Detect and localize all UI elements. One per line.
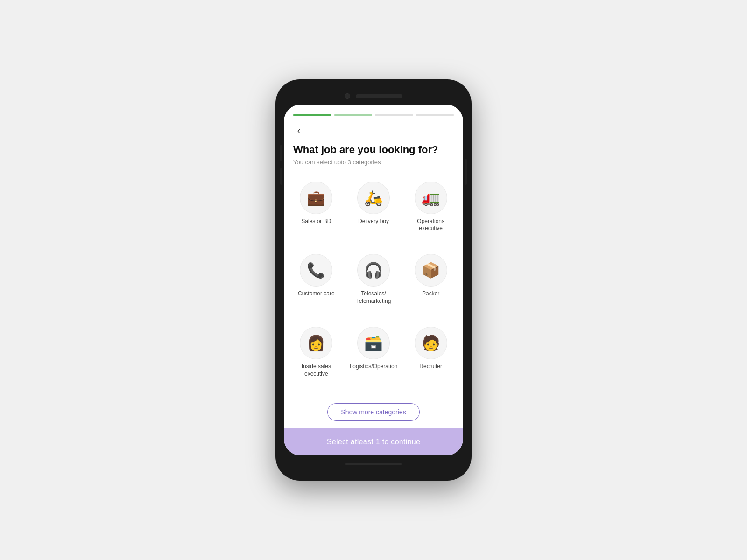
phone-screen: ‹ What job are you looking for? You can …	[284, 105, 463, 455]
back-button[interactable]: ‹	[284, 121, 463, 138]
page-title: What job are you looking for?	[293, 143, 454, 157]
category-label-sales-bd: Sales or BD	[301, 218, 331, 225]
progress-segment-1	[293, 114, 331, 116]
front-camera	[345, 93, 350, 99]
category-label-inside-sales-executive: Inside sales executive	[291, 363, 341, 378]
category-label-customer-care: Customer care	[298, 290, 335, 298]
home-indicator	[345, 463, 402, 465]
category-item-recruiter[interactable]: 🧑Recruiter	[402, 320, 459, 393]
category-label-delivery-boy: Delivery boy	[358, 218, 389, 225]
category-item-operations-executive[interactable]: 🚛Operations executive	[402, 175, 459, 248]
category-icon-inside-sales-executive: 👩	[300, 327, 332, 359]
phone-frame: ‹ What job are you looking for? You can …	[275, 79, 472, 481]
continue-area: Select atleast 1 to continue	[284, 428, 463, 455]
vol-up-button	[280, 145, 282, 161]
category-icon-customer-care: 📞	[300, 254, 332, 287]
category-item-sales-bd[interactable]: 💼Sales or BD	[288, 175, 345, 248]
category-icon-telesales-telemarketing: 🎧	[357, 254, 390, 287]
back-icon: ‹	[293, 125, 304, 136]
category-icon-delivery-boy: 🛵	[357, 182, 390, 214]
category-item-packer[interactable]: 📦Packer	[402, 247, 459, 320]
category-icon-sales-bd: 💼	[300, 182, 332, 214]
category-label-operations-executive: Operations executive	[406, 218, 456, 232]
screen-content: ‹ What job are you looking for? You can …	[284, 105, 463, 455]
category-item-delivery-boy[interactable]: 🛵Delivery boy	[345, 175, 402, 248]
categories-grid: 💼Sales or BD🛵Delivery boy🚛Operations exe…	[284, 169, 463, 399]
page-subtitle: You can select upto 3 categories	[293, 159, 454, 166]
vol-down-button	[280, 168, 282, 185]
progress-segment-2	[334, 114, 373, 116]
category-label-recruiter: Recruiter	[419, 363, 442, 371]
progress-segment-3	[375, 114, 413, 116]
category-label-telesales-telemarketing: Telesales/ Telemarketing	[349, 290, 399, 305]
category-item-logistics-operation[interactable]: 🗃️Logistics/Operation	[345, 320, 402, 393]
category-icon-operations-executive: 🚛	[415, 182, 447, 214]
category-label-logistics-operation: Logistics/Operation	[350, 363, 398, 371]
phone-notch	[284, 88, 463, 105]
phone-bottom-bar	[284, 455, 463, 472]
progress-bar	[284, 105, 463, 121]
category-item-customer-care[interactable]: 📞Customer care	[288, 247, 345, 320]
category-item-telesales-telemarketing[interactable]: 🎧Telesales/ Telemarketing	[345, 247, 402, 320]
category-icon-recruiter: 🧑	[415, 327, 447, 359]
power-button	[465, 159, 467, 185]
category-icon-packer: 📦	[415, 254, 447, 287]
category-item-inside-sales-executive[interactable]: 👩Inside sales executive	[288, 320, 345, 393]
category-label-packer: Packer	[422, 290, 439, 298]
phone-speaker	[356, 94, 402, 98]
category-icon-logistics-operation: 🗃️	[357, 327, 390, 359]
progress-segment-4	[416, 114, 454, 116]
show-more-button[interactable]: Show more categories	[327, 403, 419, 421]
show-more-area: Show more categories	[284, 399, 463, 428]
continue-button[interactable]: Select atleast 1 to continue	[284, 428, 463, 455]
title-area: What job are you looking for? You can se…	[284, 138, 463, 169]
